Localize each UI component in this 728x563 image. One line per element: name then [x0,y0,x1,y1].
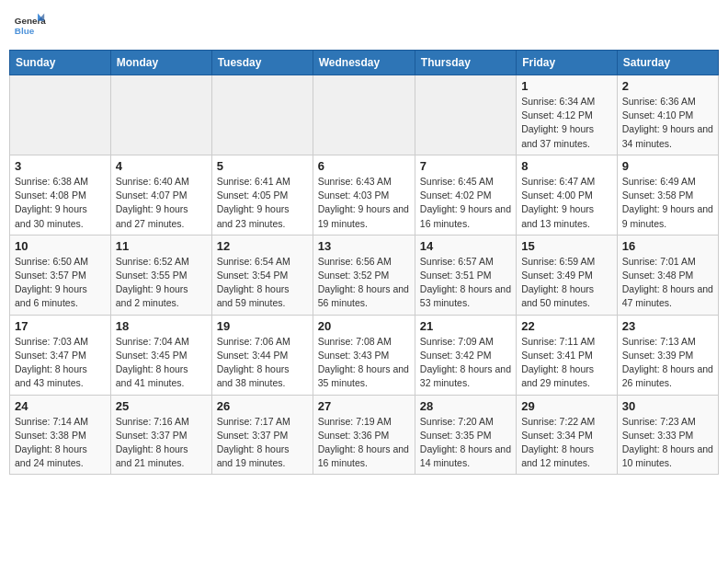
day-number: 15 [521,239,612,253]
day-cell: 22Sunrise: 7:11 AM Sunset: 3:41 PM Dayli… [517,315,618,395]
day-cell: 9Sunrise: 6:49 AM Sunset: 3:58 PM Daylig… [617,155,718,235]
day-info: Sunrise: 7:01 AM Sunset: 3:48 PM Dayligh… [622,255,713,311]
day-cell: 16Sunrise: 7:01 AM Sunset: 3:48 PM Dayli… [617,235,718,315]
day-info: Sunrise: 7:06 AM Sunset: 3:44 PM Dayligh… [217,335,308,391]
day-number: 21 [420,319,511,333]
day-info: Sunrise: 6:54 AM Sunset: 3:54 PM Dayligh… [217,255,308,311]
day-number: 23 [622,319,713,333]
day-number: 19 [217,319,308,333]
day-number: 22 [521,319,612,333]
day-number: 2 [622,79,713,93]
day-info: Sunrise: 7:13 AM Sunset: 3:39 PM Dayligh… [622,335,713,391]
column-header-monday: Monday [110,51,211,75]
day-cell [313,75,415,155]
day-info: Sunrise: 6:59 AM Sunset: 3:49 PM Dayligh… [521,255,612,311]
day-info: Sunrise: 7:23 AM Sunset: 3:33 PM Dayligh… [622,415,713,471]
column-header-tuesday: Tuesday [211,51,313,75]
day-number: 29 [521,399,612,413]
day-cell [415,75,516,155]
day-cell: 6Sunrise: 6:43 AM Sunset: 4:03 PM Daylig… [313,155,415,235]
day-cell: 14Sunrise: 6:57 AM Sunset: 3:51 PM Dayli… [415,235,516,315]
day-cell: 28Sunrise: 7:20 AM Sunset: 3:35 PM Dayli… [415,395,516,475]
day-info: Sunrise: 6:43 AM Sunset: 4:03 PM Dayligh… [318,175,410,231]
day-info: Sunrise: 6:41 AM Sunset: 4:05 PM Dayligh… [217,175,308,231]
week-row-1: 1Sunrise: 6:34 AM Sunset: 4:12 PM Daylig… [10,75,719,155]
day-info: Sunrise: 6:57 AM Sunset: 3:51 PM Dayligh… [420,255,511,311]
day-cell: 26Sunrise: 7:17 AM Sunset: 3:37 PM Dayli… [211,395,313,475]
calendar-header: SundayMondayTuesdayWednesdayThursdayFrid… [10,51,719,75]
logo: General Blue [13,9,46,42]
day-info: Sunrise: 6:45 AM Sunset: 4:02 PM Dayligh… [420,175,511,231]
day-cell: 5Sunrise: 6:41 AM Sunset: 4:05 PM Daylig… [211,155,313,235]
week-row-3: 10Sunrise: 6:50 AM Sunset: 3:57 PM Dayli… [10,235,719,315]
day-cell: 11Sunrise: 6:52 AM Sunset: 3:55 PM Dayli… [110,235,211,315]
day-number: 30 [622,399,713,413]
day-number: 12 [217,239,308,253]
day-info: Sunrise: 7:19 AM Sunset: 3:36 PM Dayligh… [318,415,410,471]
day-number: 1 [521,79,612,93]
day-cell: 17Sunrise: 7:03 AM Sunset: 3:47 PM Dayli… [10,315,111,395]
day-number: 6 [318,159,410,173]
day-info: Sunrise: 6:49 AM Sunset: 3:58 PM Dayligh… [622,175,713,231]
day-cell [10,75,111,155]
column-header-thursday: Thursday [415,51,516,75]
day-cell: 25Sunrise: 7:16 AM Sunset: 3:37 PM Dayli… [110,395,211,475]
day-cell: 21Sunrise: 7:09 AM Sunset: 3:42 PM Dayli… [415,315,516,395]
day-cell: 24Sunrise: 7:14 AM Sunset: 3:38 PM Dayli… [10,395,111,475]
day-number: 4 [116,159,207,173]
day-number: 26 [217,399,308,413]
logo-icon: General Blue [13,9,46,42]
day-info: Sunrise: 7:04 AM Sunset: 3:45 PM Dayligh… [116,335,207,391]
day-info: Sunrise: 7:17 AM Sunset: 3:37 PM Dayligh… [217,415,308,471]
day-cell: 2Sunrise: 6:36 AM Sunset: 4:10 PM Daylig… [617,75,718,155]
day-number: 16 [622,239,713,253]
column-header-sunday: Sunday [10,51,111,75]
day-cell: 19Sunrise: 7:06 AM Sunset: 3:44 PM Dayli… [211,315,313,395]
day-info: Sunrise: 6:50 AM Sunset: 3:57 PM Dayligh… [15,255,106,311]
day-number: 7 [420,159,511,173]
day-cell: 13Sunrise: 6:56 AM Sunset: 3:52 PM Dayli… [313,235,415,315]
day-number: 20 [318,319,410,333]
week-row-5: 24Sunrise: 7:14 AM Sunset: 3:38 PM Dayli… [10,395,719,475]
day-info: Sunrise: 7:03 AM Sunset: 3:47 PM Dayligh… [15,335,106,391]
day-cell: 30Sunrise: 7:23 AM Sunset: 3:33 PM Dayli… [617,395,718,475]
svg-text:Blue: Blue [15,26,35,36]
day-number: 27 [318,399,410,413]
header: General Blue [9,9,719,42]
day-info: Sunrise: 7:09 AM Sunset: 3:42 PM Dayligh… [420,335,511,391]
day-cell: 27Sunrise: 7:19 AM Sunset: 3:36 PM Dayli… [313,395,415,475]
column-header-saturday: Saturday [617,51,718,75]
calendar-table: SundayMondayTuesdayWednesdayThursdayFrid… [9,50,719,475]
day-cell: 1Sunrise: 6:34 AM Sunset: 4:12 PM Daylig… [517,75,618,155]
day-number: 10 [15,239,106,253]
day-cell: 23Sunrise: 7:13 AM Sunset: 3:39 PM Dayli… [617,315,718,395]
day-number: 13 [318,239,410,253]
day-cell [110,75,211,155]
day-info: Sunrise: 6:47 AM Sunset: 4:00 PM Dayligh… [521,175,612,231]
day-info: Sunrise: 6:56 AM Sunset: 3:52 PM Dayligh… [318,255,410,311]
column-header-friday: Friday [517,51,618,75]
day-cell: 8Sunrise: 6:47 AM Sunset: 4:00 PM Daylig… [517,155,618,235]
day-info: Sunrise: 6:34 AM Sunset: 4:12 PM Dayligh… [521,95,612,151]
day-info: Sunrise: 6:36 AM Sunset: 4:10 PM Dayligh… [622,95,713,151]
day-info: Sunrise: 7:08 AM Sunset: 3:43 PM Dayligh… [318,335,410,391]
week-row-4: 17Sunrise: 7:03 AM Sunset: 3:47 PM Dayli… [10,315,719,395]
day-info: Sunrise: 7:14 AM Sunset: 3:38 PM Dayligh… [15,415,106,471]
day-cell: 12Sunrise: 6:54 AM Sunset: 3:54 PM Dayli… [211,235,313,315]
day-number: 5 [217,159,308,173]
day-info: Sunrise: 7:16 AM Sunset: 3:37 PM Dayligh… [116,415,207,471]
day-number: 8 [521,159,612,173]
day-number: 9 [622,159,713,173]
day-cell: 3Sunrise: 6:38 AM Sunset: 4:08 PM Daylig… [10,155,111,235]
day-info: Sunrise: 7:22 AM Sunset: 3:34 PM Dayligh… [521,415,612,471]
day-info: Sunrise: 6:38 AM Sunset: 4:08 PM Dayligh… [15,175,106,231]
day-cell: 15Sunrise: 6:59 AM Sunset: 3:49 PM Dayli… [517,235,618,315]
day-number: 24 [15,399,106,413]
day-number: 11 [116,239,207,253]
day-cell: 29Sunrise: 7:22 AM Sunset: 3:34 PM Dayli… [517,395,618,475]
day-number: 17 [15,319,106,333]
column-header-wednesday: Wednesday [313,51,415,75]
day-cell: 7Sunrise: 6:45 AM Sunset: 4:02 PM Daylig… [415,155,516,235]
day-number: 18 [116,319,207,333]
day-number: 25 [116,399,207,413]
